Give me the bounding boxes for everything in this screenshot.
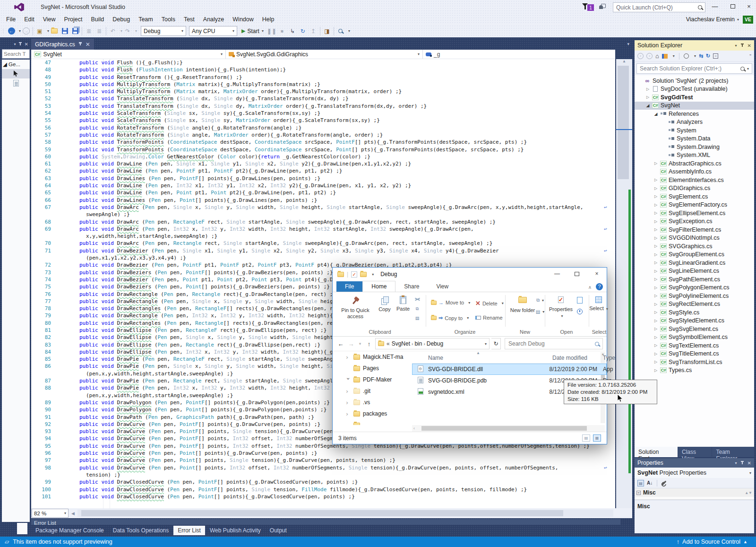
refresh-icon[interactable]: ↻	[491, 338, 501, 349]
scrollbar-thumb[interactable]	[421, 426, 587, 431]
nav-item-pdf-maker[interactable]: ›PDF-Maker	[333, 374, 411, 385]
tree-item-analyzers[interactable]: Analyzers	[635, 118, 754, 127]
chevron-down-icon[interactable]: ▾	[135, 29, 137, 33]
nav-item-packages[interactable]: ›packages	[333, 408, 411, 419]
file-row-svg-gdi-bridge-dll[interactable]: ⚙SVG-GDI-BRIDGE.dll8/12/2019 2:00 PMApp	[412, 364, 607, 375]
panel-tab-data-tools-operations[interactable]: Data Tools Operations	[109, 526, 173, 535]
chevron-down-icon[interactable]: ▾	[372, 272, 374, 277]
tree-item-svgpolygonelement-cs[interactable]: ▷C#SvgPolygonElement.cs	[635, 284, 754, 292]
menu-view[interactable]: View	[39, 15, 60, 24]
breadcrumb-svgnet[interactable]: SvgNet	[392, 340, 410, 347]
panel-tab-error-list[interactable]: Error List	[173, 526, 205, 535]
menu-team[interactable]: Team	[134, 15, 157, 24]
scroll-left-icon[interactable]: ◀	[69, 511, 77, 516]
tree-item-system-data[interactable]: System.Data	[635, 135, 754, 143]
toolbox-item-document[interactable]	[2, 78, 30, 88]
toolbox-group-header[interactable]: ◢ Ge...	[2, 60, 30, 69]
code-line-98[interactable]: 98public void DrawCurve (Pen pen, Point[…	[31, 464, 615, 471]
navigate-forward-button[interactable]: →	[21, 26, 31, 36]
pin-icon[interactable]	[78, 42, 82, 46]
code-line-49[interactable]: 49public void ResetTransform (){_g.Reset…	[31, 74, 615, 81]
find-in-files-icon[interactable]: ◨	[322, 26, 332, 36]
tree-item-svgelement-cs[interactable]: ▷C#SvgElement.cs	[635, 192, 754, 201]
expander-icon[interactable]: ▷	[653, 219, 659, 224]
expander-icon[interactable]: ›	[345, 377, 352, 382]
scrollbar-thumb[interactable]	[81, 510, 563, 516]
expander-icon[interactable]: ▷	[653, 211, 659, 215]
forward-icon[interactable]: ›	[646, 53, 653, 59]
toolbar-grip[interactable]: ⋮	[1, 28, 5, 34]
editor-horizontal-scrollbar[interactable]	[77, 510, 613, 517]
tree-item-svggroupelement-cs[interactable]: ▷C#SvgGroupElement.cs	[635, 251, 754, 259]
tree-item-references[interactable]: ◢References	[635, 110, 754, 118]
explorer-search-input[interactable]: Search Debug	[505, 338, 603, 349]
panel-tab-web-publish-activity[interactable]: Web Publish Activity	[206, 526, 265, 535]
ribbon-tab-share[interactable]: Share	[395, 281, 428, 292]
navigate-back-button[interactable]: ←	[6, 26, 17, 36]
expander-icon[interactable]: ▷	[653, 368, 659, 373]
rename-button[interactable]: Rename	[475, 315, 503, 321]
tree-item-svgpolylineelement-cs[interactable]: ▷C#SvgPolylineElement.cs	[635, 292, 754, 300]
tree-item-gdigraphics-cs[interactable]: ▷C#GDIGraphics.cs	[635, 184, 754, 193]
tree-item-svgdoctest-unavailable-[interactable]: ▷SvgDocTest (unavailable)	[635, 85, 754, 94]
switch-views-icon[interactable]	[662, 54, 668, 59]
sync-icon[interactable]: ⇆	[699, 53, 703, 59]
solution-platform-dropdown[interactable]: Any CPU▾	[189, 26, 237, 36]
breadcrumb-member-dropdown[interactable]: _g	[423, 50, 615, 59]
pin-to-quick-access-button[interactable]: Pin to Quick access	[336, 295, 374, 320]
expander-icon[interactable]: ▷	[653, 343, 659, 347]
property-pages-icon[interactable]	[662, 481, 667, 486]
details-view-icon[interactable]: ▤	[582, 434, 590, 442]
chevron-down-icon[interactable]: ▾	[735, 461, 737, 465]
delete-button[interactable]: ✕ Delete▾	[475, 300, 504, 307]
move-to-button[interactable]: → Move to▾	[431, 300, 470, 305]
tree-item-svgellipseelement-cs[interactable]: ▷C#SvgEllipseElement.cs	[635, 209, 754, 217]
step-out-button[interactable]: ↥	[308, 26, 318, 36]
tree-item-elementinterfaces-cs[interactable]: ▷C#ElementInterfaces.cs	[635, 176, 754, 184]
code-line-59[interactable]: 59public void TransformPoints (Coordinat…	[31, 146, 615, 153]
tree-item-svgrectelement-cs[interactable]: ▷C#SvgRectElement.cs	[635, 300, 754, 309]
tree-item-system-xml[interactable]: System.XML	[635, 151, 754, 160]
expander-icon[interactable]: ▷	[653, 335, 659, 339]
properties-object-dropdown[interactable]: SvgNet Project Properties ▾	[635, 468, 754, 478]
maximize-button[interactable]	[567, 268, 587, 280]
close-icon[interactable]: ✕	[747, 460, 751, 466]
expander-icon[interactable]: ▷	[653, 352, 659, 356]
expander-icon[interactable]: ▷	[653, 319, 659, 323]
code-line-63[interactable]: 63public void DrawLines (Pen pen, PointF…	[31, 175, 615, 182]
menu-debug[interactable]: Debug	[108, 15, 134, 24]
scroll-up-icon[interactable]: ▲	[616, 59, 632, 63]
tree-item-abstractgraphics-cs[interactable]: ▷C#AbstractGraphics.cs	[635, 159, 754, 168]
nav-item--git[interactable]: ›.git	[333, 385, 411, 397]
code-line-60[interactable]: 60public System.Drawing.Color GetNearest…	[31, 153, 615, 160]
refresh-icon[interactable]: ↻	[706, 53, 710, 59]
menu-test[interactable]: Test	[180, 15, 199, 24]
crumb-separator-icon[interactable]: ›	[422, 341, 426, 347]
expander-icon[interactable]: ›	[346, 388, 351, 395]
collapse-icon[interactable]: −	[636, 491, 641, 495]
open-button[interactable]	[576, 296, 584, 304]
document-list-dropdown-icon[interactable]: ▾	[627, 42, 629, 46]
toolbox-item-pointer[interactable]	[2, 69, 30, 78]
tree-item-svgnet[interactable]: ◢C#SvgNet	[635, 102, 754, 110]
expander-icon[interactable]: ▷	[653, 286, 659, 290]
code-line-100[interactable]: 100public void DrawClosedCurve (Pen pen,…	[31, 486, 615, 493]
tree-item-svgfilterelement-cs[interactable]: ▷C#SvgFilterElement.cs	[635, 226, 754, 234]
copy-button[interactable]: Copy	[376, 295, 393, 313]
column-type[interactable]: Type	[603, 355, 615, 361]
chevron-down-icon[interactable]: ▾	[348, 29, 350, 33]
code-line-66[interactable]: 66public void DrawLines (Pen pen, Point[…	[31, 197, 615, 204]
code-line-65[interactable]: 65public void DrawLine (Pen pen, Point p…	[31, 189, 615, 196]
document-tab[interactable]: GDIGraphics.cs ✕	[31, 39, 94, 50]
undo-button[interactable]: ↶	[108, 26, 118, 36]
code-line-57[interactable]: 57public void RotateTransform (Single an…	[31, 131, 615, 139]
expander-icon[interactable]: ▷	[653, 269, 659, 273]
chevron-down-icon[interactable]: ▾	[735, 43, 737, 48]
pin-icon[interactable]	[740, 43, 744, 48]
scrollbar-thumb[interactable]	[618, 66, 629, 179]
large-icons-view-icon[interactable]: ▦	[593, 434, 601, 442]
tree-item-svgstyle-cs[interactable]: ▷C#SvgStyle.cs	[635, 308, 754, 317]
expander-icon[interactable]: ▷	[644, 95, 651, 99]
tree-item-svgtransformlist-cs[interactable]: ▷C#SvgTransformList.cs	[635, 358, 754, 366]
minimize-button[interactable]: —	[547, 268, 567, 280]
